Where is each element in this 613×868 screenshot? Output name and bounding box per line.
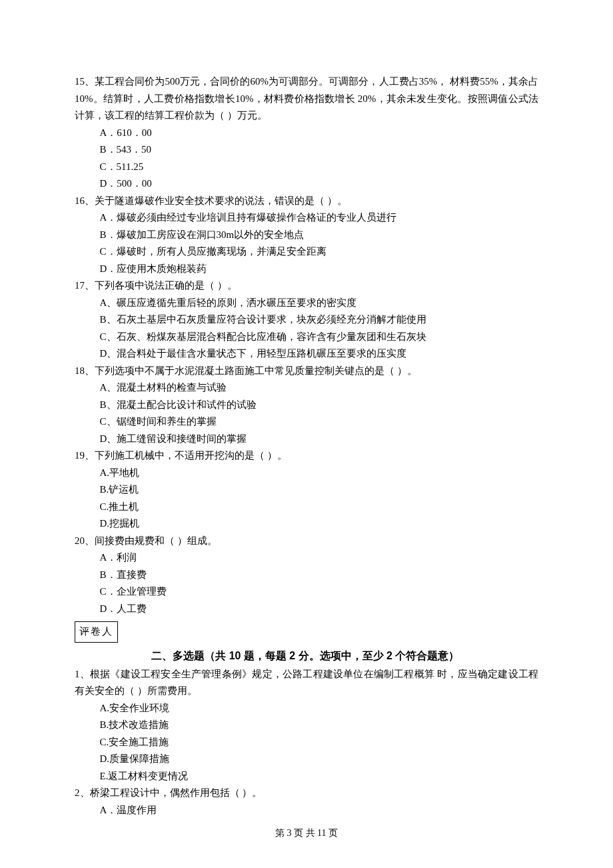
q16-option-d: D．应使用木质炮棍装药 xyxy=(75,261,538,278)
q15-option-d: D．500．00 xyxy=(75,175,538,193)
q19-option-b: B.铲运机 xyxy=(75,481,538,499)
q18-option-a: A、混凝土材料的检查与试验 xyxy=(75,379,538,397)
q20-option-c: C．企业管理费 xyxy=(75,583,538,601)
q15-option-c: C．511.25 xyxy=(75,159,538,176)
q19-option-d: D.挖掘机 xyxy=(75,515,538,533)
q17-stem: 17、下列各项中说法正确的是（ ）。 xyxy=(75,277,538,295)
q15-stem: 15、某工程合同价为500万元，合同价的60%为可调部分。可调部分，人工费占35… xyxy=(75,73,538,125)
section-2-title: 二、多选题（共 10 题，每题 2 分。选项中，至少 2 个符合题意） xyxy=(75,647,538,665)
m1-option-d: D.质量保障措施 xyxy=(75,751,538,768)
q16-option-b: B．爆破加工房应设在洞口30m以外的安全地点 xyxy=(75,227,538,244)
q18-stem: 18、下列选项中不属于水泥混凝土路面施工中常见质量控制关键点的是（ ）。 xyxy=(75,363,538,380)
q20-option-d: D．人工费 xyxy=(75,601,538,618)
q16-option-c: C．爆破时，所有人员应撤离现场，并满足安全距离 xyxy=(75,243,538,261)
q20-option-b: B．直接费 xyxy=(75,567,538,584)
m2-option-a: A．温度作用 xyxy=(75,802,538,819)
q16-option-a: A．爆破必须由经过专业培训且持有爆破操作合格证的专业人员进行 xyxy=(75,209,538,227)
m2-stem: 2、桥梁工程设计中，偶然作用包括（ ）。 xyxy=(75,785,538,802)
q20-stem: 20、间接费由规费和（ ）组成。 xyxy=(75,533,538,550)
q19-stem: 19、下列施工机械中，不适用开挖沟的是（ ）。 xyxy=(75,447,538,465)
q19-option-a: A.平地机 xyxy=(75,465,538,482)
m1-option-b: B.技术改造措施 xyxy=(75,717,538,734)
page-footer: 第 3 页 共 11 页 xyxy=(0,825,613,841)
m1-option-a: A.安全作业环境 xyxy=(75,700,538,717)
q17-option-a: A、碾压应遵循先重后轻的原则，洒水碾压至要求的密实度 xyxy=(75,295,538,312)
grader-box: 评卷人 xyxy=(75,621,118,643)
q16-stem: 16、关于隧道爆破作业安全技术要求的说法，错误的是（ ）。 xyxy=(75,193,538,210)
q17-option-b: B、石灰土基层中石灰质量应符合设计要求，块灰必须经充分消解才能使用 xyxy=(75,311,538,329)
page: 15、某工程合同价为500万元，合同价的60%为可调部分。可调部分，人工费占35… xyxy=(0,0,613,868)
q17-option-d: D、混合料处于最佳含水量状态下，用轻型压路机碾压至要求的压实度 xyxy=(75,345,538,363)
q18-option-c: C、锯缝时间和养生的掌握 xyxy=(75,413,538,431)
q20-option-a: A．利润 xyxy=(75,549,538,567)
q18-option-d: D、施工缝留设和接缝时间的掌握 xyxy=(75,431,538,448)
q15-option-b: B．543．50 xyxy=(75,141,538,159)
m1-stem: 1、根据《建设工程安全生产管理条例》规定，公路工程建设单位在编制工程概算 时，应… xyxy=(75,666,538,700)
q17-option-c: C、石灰、粉煤灰基层混合料配合比应准确，容许含有少量灰团和生石灰块 xyxy=(75,329,538,346)
q15-option-a: A．610．00 xyxy=(75,125,538,142)
q19-option-c: C.推土机 xyxy=(75,499,538,516)
m1-option-e: E.返工材料变更情况 xyxy=(75,768,538,785)
q18-option-b: B、混凝土配合比设计和试件的试验 xyxy=(75,397,538,414)
m1-option-c: C.安全施工措施 xyxy=(75,734,538,751)
